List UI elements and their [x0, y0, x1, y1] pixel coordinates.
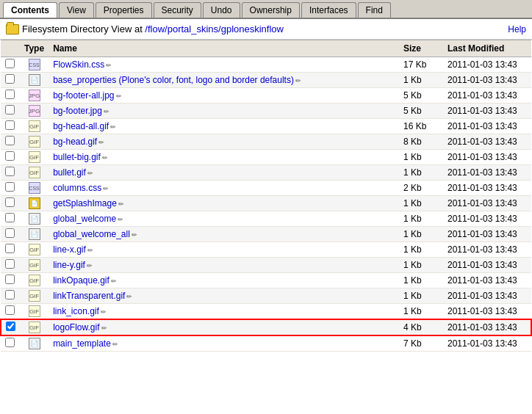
file-link[interactable]: FlowSkin.css — [53, 59, 104, 70]
tab-interfaces[interactable]: Interfaces — [301, 2, 356, 18]
file-modified: 2011-01-03 13:43 — [443, 196, 531, 211]
edit-icon[interactable]: ✏ — [101, 308, 107, 316]
file-link[interactable]: logoFlow.gif — [53, 322, 99, 333]
edit-icon[interactable]: ✏ — [87, 170, 93, 177]
file-name: bullet.gif✏ — [48, 165, 399, 181]
tab-bar: ContentsViewPropertiesSecurityUndoOwners… — [0, 0, 532, 19]
edit-icon[interactable]: ✏ — [87, 247, 93, 254]
file-modified: 2011-01-03 13:43 — [443, 73, 531, 88]
tab-contents[interactable]: Contents — [3, 2, 57, 18]
row-checkbox[interactable] — [5, 275, 15, 284]
folder-icon — [6, 24, 19, 34]
edit-icon[interactable]: ✏ — [118, 216, 123, 223]
row-checkbox[interactable] — [5, 120, 15, 130]
edit-icon[interactable]: ✏ — [102, 154, 108, 161]
file-modified: 2011-01-03 13:43 — [443, 211, 531, 227]
file-name: linkOpaque.gif✏ — [48, 273, 399, 288]
row-checkbox[interactable] — [5, 213, 15, 222]
edit-icon[interactable]: ✏ — [101, 324, 107, 332]
file-modified: 2011-01-03 13:43 — [443, 165, 531, 181]
file-size: 1 Kb — [399, 150, 443, 165]
file-size: 1 Kb — [399, 196, 443, 211]
edit-icon[interactable]: ✏ — [116, 92, 122, 100]
file-modified: 2011-01-03 13:43 — [443, 119, 531, 134]
file-name: bg-head-all.gif✏ — [48, 119, 399, 134]
table-row: GIFlinkOpaque.gif✏1 Kb2011-01-03 13:43 — [1, 273, 531, 288]
edit-icon[interactable]: ✏ — [103, 185, 109, 192]
file-modified: 2011-01-03 13:43 — [443, 104, 531, 119]
row-checkbox[interactable] — [5, 151, 15, 161]
file-link[interactable]: bg-head-all.gif — [53, 121, 109, 131]
file-name: FlowSkin.css✏ — [48, 57, 399, 73]
file-modified: 2011-01-03 13:43 — [443, 57, 531, 73]
row-checkbox[interactable] — [5, 136, 15, 145]
edit-icon[interactable]: ✏ — [112, 341, 118, 348]
table-row: GIFbg-head-all.gif✏16 Kb2011-01-03 13:43 — [1, 119, 531, 134]
col-check — [1, 40, 20, 57]
row-checkbox[interactable] — [6, 322, 15, 331]
file-link[interactable]: line-x.gif — [53, 244, 86, 255]
row-checkbox[interactable] — [5, 290, 15, 299]
file-modified: 2011-01-03 13:43 — [443, 288, 531, 304]
file-modified: 2011-01-03 13:43 — [443, 150, 531, 165]
file-link[interactable]: global_welcome_all — [53, 229, 130, 239]
row-checkbox[interactable] — [5, 197, 15, 207]
file-link[interactable]: bg-head.gif — [53, 137, 97, 147]
file-type-icon: GIF — [20, 319, 48, 335]
edit-icon[interactable]: ✏ — [295, 77, 301, 84]
row-checkbox[interactable] — [5, 167, 15, 176]
edit-icon[interactable]: ✏ — [98, 139, 104, 146]
file-link[interactable]: getSplashImage — [53, 198, 117, 208]
file-name: bg-footer.jpg✏ — [48, 104, 399, 119]
edit-icon[interactable]: ✏ — [126, 293, 132, 300]
table-row: GIFbullet-big.gif✏1 Kb2011-01-03 13:43 — [1, 150, 531, 165]
row-checkbox[interactable] — [5, 59, 15, 68]
path-link[interactable]: /flow/portal_skins/gploneskinflow — [145, 23, 284, 34]
edit-icon[interactable]: ✏ — [106, 62, 112, 69]
row-checkbox[interactable] — [5, 244, 15, 253]
file-size: 1 Kb — [399, 288, 443, 304]
file-link[interactable]: main_template — [53, 338, 111, 349]
edit-icon[interactable]: ✏ — [87, 262, 93, 269]
row-checkbox[interactable] — [5, 305, 15, 315]
edit-icon[interactable]: ✏ — [118, 200, 124, 208]
tab-view[interactable]: View — [59, 2, 94, 18]
table-row: 📄main_template✏7 Kb2011-01-03 13:43 — [1, 335, 531, 352]
file-link[interactable]: global_welcome — [53, 214, 116, 224]
edit-icon[interactable]: ✏ — [104, 108, 109, 115]
file-link[interactable]: linkOpaque.gif — [53, 275, 109, 286]
file-link[interactable]: columns.css — [53, 183, 101, 193]
file-link[interactable]: bg-footer.jpg — [53, 106, 102, 116]
edit-icon[interactable]: ✏ — [132, 231, 137, 239]
file-link[interactable]: linkTransparent.gif — [53, 291, 125, 301]
file-link[interactable]: line-y.gif — [53, 260, 85, 270]
file-type-icon: 📄 — [20, 227, 48, 242]
row-checkbox[interactable] — [5, 74, 15, 84]
row-checkbox[interactable] — [5, 182, 15, 192]
row-checkbox[interactable] — [5, 259, 15, 269]
file-link[interactable]: bullet.gif — [53, 167, 86, 178]
tab-find[interactable]: Find — [358, 2, 391, 18]
file-link[interactable]: link_icon.gif — [53, 306, 99, 316]
edit-icon[interactable]: ✏ — [111, 277, 117, 285]
row-checkbox[interactable] — [5, 228, 15, 238]
tab-ownership[interactable]: Ownership — [242, 2, 300, 18]
file-link[interactable]: base_properties (Plone's color, font, lo… — [53, 75, 294, 85]
row-checkbox[interactable] — [5, 90, 15, 99]
table-row: GIFlinkTransparent.gif✏1 Kb2011-01-03 13… — [1, 288, 531, 304]
file-name: columns.css✏ — [48, 181, 399, 196]
file-size: 5 Kb — [399, 88, 443, 104]
help-link[interactable]: Help — [508, 24, 526, 34]
file-link[interactable]: bg-footer-all.jpg — [53, 90, 114, 101]
row-checkbox[interactable] — [5, 338, 15, 347]
tab-properties[interactable]: Properties — [96, 2, 152, 18]
row-checkbox[interactable] — [5, 105, 15, 115]
file-link[interactable]: bullet-big.gif — [53, 152, 101, 162]
tab-security[interactable]: Security — [154, 2, 201, 18]
table-row: JPGbg-footer.jpg✏5 Kb2011-01-03 13:43 — [1, 104, 531, 119]
edit-icon[interactable]: ✏ — [110, 123, 116, 131]
file-type-icon: GIF — [20, 242, 48, 258]
tab-undo[interactable]: Undo — [203, 2, 240, 18]
table-row: 📄global_welcome_all✏1 Kb2011-01-03 13:43 — [1, 227, 531, 242]
file-type-icon: GIF — [20, 150, 48, 165]
